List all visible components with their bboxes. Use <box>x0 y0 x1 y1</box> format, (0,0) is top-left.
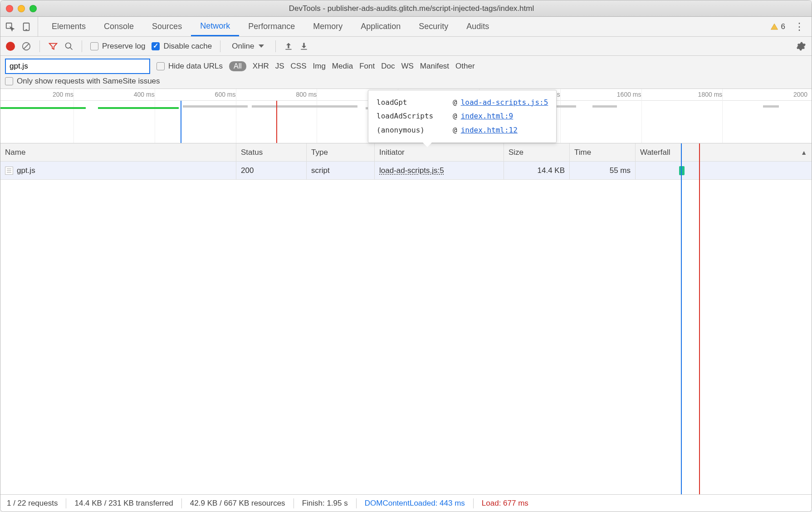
throttling-select[interactable]: Online <box>229 40 267 52</box>
settings-gear-icon[interactable] <box>796 41 806 51</box>
tab-sources[interactable]: Sources <box>143 17 191 36</box>
upload-har-icon[interactable] <box>284 42 293 51</box>
stack-frame: (anonymous) @ index.html:12 <box>377 123 548 137</box>
stack-link[interactable]: index.html:12 <box>461 123 518 137</box>
device-toolbar-icon[interactable] <box>21 22 31 32</box>
toolbar-separator <box>275 40 276 52</box>
warnings-count: 6 <box>781 22 785 31</box>
filter-type-all[interactable]: All <box>229 61 246 71</box>
filter-toggle-icon[interactable] <box>48 41 58 51</box>
status-requests: 1 / 22 requests <box>7 499 58 508</box>
record-button[interactable] <box>6 42 15 51</box>
initiator-callstack-popup: loadGpt @ load-ad-scripts.js:5 loadAdScr… <box>368 90 557 143</box>
col-type[interactable]: Type <box>307 143 375 161</box>
checkbox-unchecked-icon <box>5 77 13 85</box>
stack-link[interactable]: index.html:9 <box>461 109 514 123</box>
inspect-element-icon[interactable] <box>5 22 15 32</box>
filter-type-js[interactable]: JS <box>275 62 284 71</box>
filter-input[interactable] <box>5 59 150 74</box>
svg-point-5 <box>66 43 71 48</box>
toolbar-separator <box>82 40 82 52</box>
tab-network[interactable]: Network <box>191 17 239 36</box>
chevron-down-icon <box>259 44 264 48</box>
status-load: Load: 677 ms <box>482 499 528 508</box>
status-dcl: DOMContentLoaded: 443 ms <box>365 499 465 508</box>
filter-type-xhr[interactable]: XHR <box>253 62 269 71</box>
col-time[interactable]: Time <box>570 143 636 161</box>
svg-line-6 <box>70 47 73 49</box>
waterfall-markers <box>0 162 812 494</box>
checkbox-unchecked-icon <box>90 42 98 50</box>
file-icon <box>5 167 13 175</box>
download-har-icon[interactable] <box>299 42 308 51</box>
col-size[interactable]: Size <box>504 143 570 161</box>
panel-tabs: Elements Console Sources Network Perform… <box>43 17 498 36</box>
network-filter-bar: Hide data URLs All XHR JS CSS Img Media … <box>0 56 812 89</box>
table-header: Name Status Type Initiator Size Time Wat… <box>0 143 812 162</box>
filter-type-other[interactable]: Other <box>455 62 475 71</box>
filter-type-ws[interactable]: WS <box>401 62 413 71</box>
waterfall-bar <box>679 166 685 175</box>
checkbox-unchecked-icon <box>157 62 165 70</box>
preserve-log-checkbox[interactable]: Preserve log <box>90 42 145 51</box>
toolbar-separator <box>39 40 40 52</box>
samesite-checkbox[interactable]: Only show requests with SameSite issues <box>5 77 807 86</box>
hide-data-urls-checkbox[interactable]: Hide data URLs <box>157 62 223 71</box>
stack-frame: loadGpt @ load-ad-scripts.js:5 <box>377 96 548 109</box>
table-row[interactable]: gpt.js 200 script load-ad-scripts.js:5 1… <box>0 162 812 180</box>
zoom-window-button[interactable] <box>29 5 37 12</box>
svg-rect-7 <box>286 49 292 49</box>
cell-waterfall <box>636 162 812 179</box>
cell-initiator[interactable]: load-ad-scripts.js:5 <box>375 162 504 179</box>
filter-type-img[interactable]: Img <box>313 62 326 71</box>
sort-asc-icon: ▲ <box>801 149 807 156</box>
cell-size: 14.4 KB <box>504 162 570 179</box>
filter-type-doc[interactable]: Doc <box>381 62 395 71</box>
status-bar: 1 / 22 requests 14.4 KB / 231 KB transfe… <box>0 494 812 512</box>
svg-line-4 <box>24 44 29 49</box>
warning-icon <box>770 23 778 31</box>
status-resources: 42.9 KB / 667 KB resources <box>190 499 285 508</box>
minimize-window-button[interactable] <box>18 5 25 12</box>
status-transferred: 14.4 KB / 231 KB transferred <box>74 499 173 508</box>
more-menu-icon[interactable]: ⋮ <box>792 21 807 33</box>
cell-name: gpt.js <box>0 162 236 179</box>
cell-type: script <box>307 162 375 179</box>
warnings-badge[interactable]: 6 <box>770 22 785 31</box>
tab-application[interactable]: Application <box>352 17 410 36</box>
tab-audits[interactable]: Audits <box>457 17 498 36</box>
col-initiator[interactable]: Initiator <box>375 143 504 161</box>
col-status[interactable]: Status <box>236 143 307 161</box>
clear-button[interactable] <box>21 41 31 51</box>
col-waterfall[interactable]: Waterfall▲ <box>636 143 812 161</box>
close-window-button[interactable] <box>6 5 13 12</box>
toolbar-separator <box>220 40 220 52</box>
disable-cache-checkbox[interactable]: Disable cache <box>152 42 212 51</box>
window-title: DevTools - publisher-ads-audits.glitch.m… <box>44 4 806 13</box>
devtools-window: DevTools - publisher-ads-audits.glitch.m… <box>0 0 812 512</box>
stack-link[interactable]: load-ad-scripts.js:5 <box>461 96 548 109</box>
cell-status: 200 <box>236 162 307 179</box>
titlebar: DevTools - publisher-ads-audits.glitch.m… <box>0 0 812 17</box>
stack-frame: loadAdScripts @ index.html:9 <box>377 109 548 123</box>
network-toolbar: Preserve log Disable cache Online <box>0 37 812 56</box>
network-table: Name Status Type Initiator Size Time Wat… <box>0 143 812 494</box>
search-icon[interactable] <box>64 42 73 51</box>
filter-type-css[interactable]: CSS <box>291 62 307 71</box>
tab-elements[interactable]: Elements <box>43 17 95 36</box>
filter-type-font[interactable]: Font <box>359 62 375 71</box>
svg-rect-8 <box>301 49 307 49</box>
cell-time: 55 ms <box>570 162 636 179</box>
tab-memory[interactable]: Memory <box>304 17 352 36</box>
checkbox-checked-icon <box>152 42 160 50</box>
main-tabs-bar: Elements Console Sources Network Perform… <box>0 17 812 37</box>
tab-performance[interactable]: Performance <box>239 17 304 36</box>
col-name[interactable]: Name <box>0 143 236 161</box>
tab-console[interactable]: Console <box>95 17 143 36</box>
filter-type-manifest[interactable]: Manifest <box>420 62 449 71</box>
filter-type-media[interactable]: Media <box>332 62 353 71</box>
tab-security[interactable]: Security <box>410 17 457 36</box>
window-controls <box>6 5 37 12</box>
status-finish: Finish: 1.95 s <box>302 499 348 508</box>
